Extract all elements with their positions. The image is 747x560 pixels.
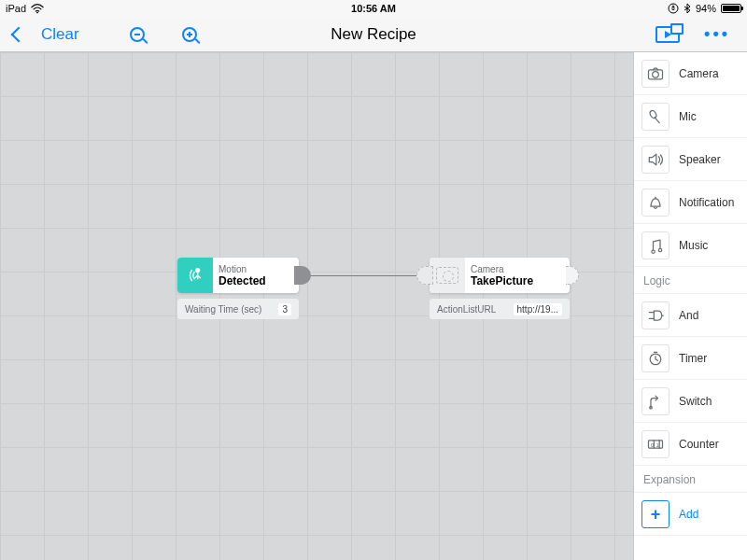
orientation-lock-icon <box>668 3 679 14</box>
ipad-status-bar: iPad 10:56 AM 94% <box>0 0 747 17</box>
output-port[interactable] <box>294 266 311 285</box>
palette-label: Switch <box>679 395 712 408</box>
node-param-row[interactable]: ActionListURL http://19... <box>430 299 570 319</box>
input-port[interactable] <box>416 266 433 285</box>
wifi-icon <box>31 4 44 14</box>
output-port[interactable] <box>566 266 579 285</box>
palette-section-logic: Logic <box>634 267 747 294</box>
palette-item-notification[interactable]: Notification <box>634 181 747 224</box>
param-label: ActionListURL <box>437 304 496 315</box>
camera-icon <box>641 60 669 88</box>
palette-item-and[interactable]: And <box>634 294 747 337</box>
node-title: TakePicture <box>471 275 533 287</box>
recipe-canvas[interactable]: Motion Detected Waiting Time (sec) 3 Cam… <box>0 52 633 560</box>
palette-section-expansion: Expansion <box>634 466 747 493</box>
palette-label: Camera <box>679 67 719 80</box>
battery-percent: 94% <box>696 3 716 14</box>
battery-icon <box>721 4 741 13</box>
speaker-icon <box>641 146 669 174</box>
zoom-out-icon[interactable] <box>130 27 145 42</box>
run-recipe-icon[interactable] <box>655 26 680 43</box>
timer-icon <box>641 344 669 372</box>
and-gate-icon <box>641 301 669 329</box>
param-value: http://19... <box>514 303 562 315</box>
mic-icon <box>641 103 669 131</box>
switch-icon <box>641 387 669 415</box>
svg-point-4 <box>653 71 659 77</box>
svg-point-0 <box>36 11 38 13</box>
node-camera[interactable]: Camera TakePicture ActionListURL http://… <box>430 258 570 319</box>
music-icon <box>641 231 669 259</box>
page-title: New Recipe <box>331 25 416 44</box>
bluetooth-icon <box>684 3 691 14</box>
plus-icon: + <box>641 500 669 528</box>
palette-item-mic[interactable]: Mic <box>634 95 747 138</box>
node-motion[interactable]: Motion Detected Waiting Time (sec) 3 <box>177 258 299 319</box>
palette-label: And <box>679 309 698 322</box>
svg-point-2 <box>196 269 200 273</box>
node-title: Detected <box>218 275 266 287</box>
navbar: Clear New Recipe ••• <box>0 17 747 52</box>
palette-label: Speaker <box>679 153 721 166</box>
clear-button[interactable]: Clear <box>41 25 79 44</box>
counter-icon: 01 <box>641 430 669 458</box>
palette-item-speaker[interactable]: Speaker <box>634 138 747 181</box>
palette-item-timer[interactable]: Timer <box>634 337 747 380</box>
palette-label: Notification <box>679 196 734 209</box>
more-menu-icon[interactable]: ••• <box>704 24 730 44</box>
bell-icon <box>641 189 669 217</box>
palette-label: Timer <box>679 352 707 365</box>
back-button[interactable] <box>11 26 27 42</box>
palette-item-add[interactable]: + Add <box>634 493 747 536</box>
palette-label: Add <box>679 508 698 521</box>
zoom-in-icon[interactable] <box>182 27 197 42</box>
palette-item-switch[interactable]: Switch <box>634 380 747 423</box>
palette-label: Mic <box>679 110 697 123</box>
palette-label: Music <box>679 239 708 252</box>
param-value: 3 <box>278 303 291 315</box>
svg-point-5 <box>649 109 657 119</box>
connection-wire <box>306 275 430 276</box>
node-param-row[interactable]: Waiting Time (sec) 3 <box>177 299 299 319</box>
param-label: Waiting Time (sec) <box>185 304 261 315</box>
status-clock: 10:56 AM <box>351 3 396 14</box>
palette-item-music[interactable]: Music <box>634 224 747 267</box>
palette-item-camera[interactable]: Camera <box>634 52 747 95</box>
palette-label: Counter <box>679 438 719 451</box>
palette-item-counter[interactable]: 01 Counter <box>634 423 747 466</box>
component-palette: Camera Mic Speaker Notification Music Lo… <box>633 52 747 560</box>
status-device: iPad <box>6 3 26 14</box>
camera-icon <box>430 258 465 293</box>
motion-icon <box>177 258 213 293</box>
svg-text:1: 1 <box>655 441 658 447</box>
